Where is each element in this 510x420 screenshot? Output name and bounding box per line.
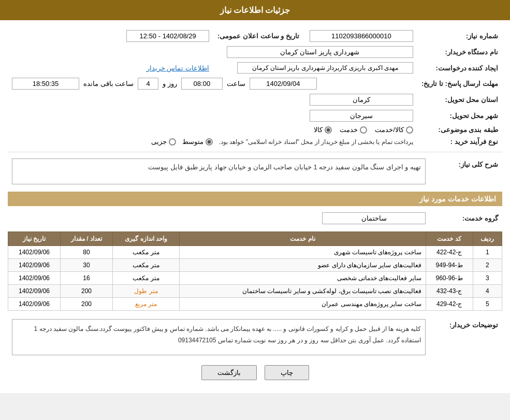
- cell-date: 1402/09/06: [8, 259, 61, 272]
- col-qty: تعداد / مقدار: [61, 232, 113, 246]
- cell-row: 4: [473, 285, 502, 298]
- purchase-type-mutavasit[interactable]: متوسط: [182, 138, 213, 146]
- buyer-org-label: نام دستگاه خریدار:: [417, 44, 502, 60]
- need-desc-label: شرح کلی نیاز:: [430, 156, 502, 186]
- table-row: 3 ط-96-960 سایر فعالیت‌های خدماتی شخصی م…: [8, 272, 502, 285]
- cell-qty: 200: [61, 298, 113, 311]
- cell-name: سایر فعالیت‌های خدماتی شخصی: [180, 272, 426, 285]
- need-number-value: 1102093866000010: [310, 30, 413, 42]
- table-row: 1 ج-42-422 ساخت پروژه‌های تاسیسات شهری م…: [8, 246, 502, 259]
- col-name: نام خدمت: [180, 232, 426, 246]
- service-group-label: گروه خدمت:: [430, 210, 502, 226]
- cell-code: ط-96-960: [426, 272, 473, 285]
- notes-grid: توضیحات خریدار: کلیه هزینه ها از قبیل حم…: [8, 317, 502, 357]
- radio-kala-khidmat-icon: [406, 126, 413, 134]
- col-row: ردیف: [473, 232, 502, 246]
- response-remaining-label: ساعت باقی مانده: [83, 80, 134, 88]
- cell-row: 1: [473, 246, 502, 259]
- back-button[interactable]: بازگشت: [201, 365, 257, 380]
- col-unit: واحد اندازه گیری: [112, 232, 179, 246]
- cell-unit: متر مربع: [112, 298, 179, 311]
- response-remaining-value: 18:50:35: [12, 78, 79, 90]
- province-value: کرمان: [310, 94, 413, 106]
- col-date: تاریخ نیاز: [8, 232, 61, 246]
- purchase-type-jozei-label: جزیی: [151, 138, 167, 146]
- cell-code: ج-43-432: [426, 285, 473, 298]
- contact-info-link[interactable]: اطلاعات تماس خریدار: [147, 64, 209, 72]
- services-table: ردیف کد خدمت نام خدمت واحد اندازه گیری ت…: [8, 231, 502, 311]
- category-kala-label: کالا: [314, 126, 323, 134]
- service-group-value: ساختمان: [322, 212, 426, 224]
- response-time-at-label: ساعت: [227, 80, 245, 88]
- category-khidmat-label: خدمت: [340, 126, 358, 134]
- cell-name: ساخت سایر پروژه‌های مهندسی عمران: [180, 298, 426, 311]
- response-days-value: 4: [138, 78, 158, 90]
- table-row: 4 ج-43-432 فعالیت‌های نصب تاسیسات برق، ل…: [8, 285, 502, 298]
- radio-jozei-icon: [169, 138, 176, 146]
- purchase-type-label: نوع فرآیند خرید :: [417, 136, 502, 148]
- cell-date: 1402/09/06: [8, 298, 61, 311]
- notes-value: کلیه هزینه ها از قبیل حمل و کرایه و کسور…: [12, 319, 426, 355]
- cell-code: ط-94-949: [426, 259, 473, 272]
- cell-name: فعالیت‌های سایر سازمان‌های دارای عضو: [180, 259, 426, 272]
- cell-date: 1402/09/06: [8, 246, 61, 259]
- cell-date: 1402/09/06: [8, 272, 61, 285]
- notes-label: توضیحات خریدار:: [430, 317, 502, 357]
- response-time-label: مهلت ارسال پاسخ: تا تاریخ:: [417, 76, 502, 92]
- radio-mutavasit-icon: [206, 138, 213, 146]
- service-group-grid: گروه خدمت: ساختمان: [8, 210, 502, 226]
- category-radio-group: کالا/خدمت خدمت کالا: [12, 126, 413, 134]
- response-time-value: 08:00: [181, 78, 223, 90]
- category-kala[interactable]: کالا: [314, 126, 332, 134]
- cell-name: فعالیت‌های نصب تاسیسات برق، لوله‌کشی و س…: [180, 285, 426, 298]
- cell-code: ج-42-422: [426, 246, 473, 259]
- page-header: جزئیات اطلاعات نیاز: [0, 0, 510, 20]
- category-khidmat[interactable]: خدمت: [340, 126, 367, 134]
- city-label: شهر محل تحویل:: [417, 108, 502, 124]
- col-code: کد خدمت: [426, 232, 473, 246]
- datetime-value: 1402/08/29 - 12:50: [126, 30, 209, 42]
- cell-unit: متر مکعب: [112, 246, 179, 259]
- response-days-label: روز و: [163, 80, 177, 88]
- services-section-header: اطلاعات خدمات مورد نیاز: [8, 192, 502, 206]
- cell-qty: 16: [61, 272, 113, 285]
- purchase-type-jozei[interactable]: جزیی: [151, 138, 176, 146]
- cell-unit: متر مکعب: [112, 272, 179, 285]
- category-kala-khidmat-label: کالا/خدمت: [375, 126, 404, 134]
- need-description-value: تهیه و اجرای سنگ مالون سفید درجه 1 خیابا…: [12, 158, 426, 184]
- category-kala-khidmat[interactable]: کالا/خدمت: [375, 126, 413, 134]
- print-button[interactable]: چاپ: [265, 365, 309, 380]
- need-number-label: شماره نیاز:: [417, 28, 502, 44]
- table-row: 5 ج-42-429 ساخت سایر پروژه‌های مهندسی عم…: [8, 298, 502, 311]
- city-value: سیرجان: [310, 110, 413, 122]
- province-label: استان محل تحویل:: [417, 92, 502, 108]
- category-label: طبقه بندی موضوعی:: [417, 124, 502, 136]
- cell-qty: 200: [61, 285, 113, 298]
- page-title: جزئیات اطلاعات نیاز: [220, 6, 290, 15]
- buyer-org-value: شهرداری پاریز استان کرمان: [227, 46, 413, 58]
- cell-qty: 30: [61, 259, 113, 272]
- creator-label: ایجاد کننده درخواست:: [417, 60, 502, 76]
- cell-row: 2: [473, 259, 502, 272]
- cell-row: 5: [473, 298, 502, 311]
- cell-row: 3: [473, 272, 502, 285]
- button-row: چاپ بازگشت: [8, 365, 502, 380]
- radio-kala-icon: [325, 126, 332, 134]
- cell-unit: متر مکعب: [112, 259, 179, 272]
- cell-name: ساخت پروژه‌های تاسیسات شهری: [180, 246, 426, 259]
- purchase-type-desc: پرداخت تمام یا بخشی از مبلغ خریدار از مح…: [219, 138, 413, 146]
- cell-qty: 80: [61, 246, 113, 259]
- cell-code: ج-42-429: [426, 298, 473, 311]
- need-description-grid: شرح کلی نیاز: تهیه و اجرای سنگ مالون سفی…: [8, 156, 502, 186]
- radio-khidmat-icon: [360, 126, 367, 134]
- cell-unit: متر طول: [112, 285, 179, 298]
- table-row: 2 ط-94-949 فعالیت‌های سایر سازمان‌های دا…: [8, 259, 502, 272]
- cell-date: 1402/09/06: [8, 285, 61, 298]
- response-date: 1402/09/04: [250, 78, 317, 90]
- datetime-label: تاریخ و ساعت اعلان عمومی:: [213, 28, 303, 44]
- purchase-type-mutavasit-label: متوسط: [182, 138, 203, 146]
- creator-value: مهدی اکبری باریزی کاربرداز شهرداری باریز…: [237, 62, 413, 74]
- info-grid: شماره نیاز: 1102093866000010 تاریخ و ساع…: [8, 28, 502, 148]
